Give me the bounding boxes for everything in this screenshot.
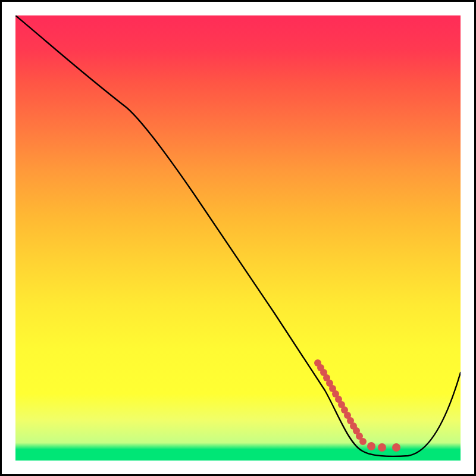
svg-point-17 — [378, 443, 386, 452]
chart-container: TheBottleneck.com — [0, 0, 476, 476]
svg-point-18 — [392, 443, 400, 452]
highlight-markers — [314, 359, 400, 452]
plot-area — [15, 15, 461, 461]
curve-line — [15, 15, 461, 456]
chart-overlay — [15, 15, 461, 461]
svg-point-16 — [367, 442, 375, 450]
svg-point-15 — [359, 438, 367, 445]
watermark-text: TheBottleneck.com — [365, 0, 476, 1]
